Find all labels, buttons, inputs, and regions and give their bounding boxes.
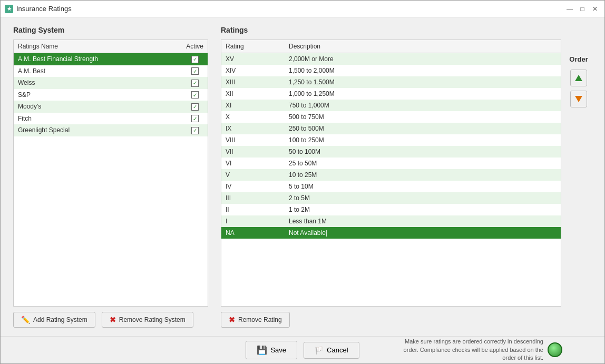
- remove-rating-label: Remove Rating: [238, 316, 282, 323]
- table-row[interactable]: NA Not Available|: [221, 227, 561, 239]
- table-row[interactable]: XIV 1,500 to 2,000M: [221, 65, 561, 76]
- table-row[interactable]: XII 1,000 to 1,250M: [221, 88, 561, 100]
- active-checkbox-cell[interactable]: ✓: [182, 101, 208, 113]
- checkbox-icon[interactable]: ✓: [191, 91, 199, 99]
- col-description: Description: [285, 40, 561, 53]
- checkbox-icon[interactable]: ✓: [191, 56, 199, 63]
- description-cell: 10 to 25M: [285, 169, 561, 181]
- description-cell: 1,000 to 1,250M: [285, 88, 561, 100]
- table-row[interactable]: Greenlight Special ✓: [14, 124, 208, 136]
- checkbox-icon[interactable]: ✓: [191, 127, 199, 134]
- description-cell: 250 to 500M: [285, 123, 561, 134]
- rating-name-cell: Moody's: [14, 101, 182, 113]
- rating-cell: XII: [221, 88, 285, 100]
- table-row[interactable]: A.M. Best Financial Strength ✓: [14, 53, 208, 65]
- remove-rating-system-label: Remove Rating System: [119, 316, 186, 323]
- description-cell: 1 to 2M: [285, 204, 561, 215]
- table-row[interactable]: V 10 to 25M: [221, 169, 561, 181]
- description-cell: 50 to 100M: [285, 146, 561, 158]
- rating-name-cell: Greenlight Special: [14, 124, 182, 136]
- remove-rating-icon: ✖: [229, 316, 235, 324]
- active-checkbox-cell[interactable]: ✓: [182, 65, 208, 77]
- order-down-button[interactable]: [570, 91, 587, 107]
- table-row[interactable]: VI 25 to 50M: [221, 158, 561, 169]
- rating-name-cell: S&P: [14, 89, 182, 101]
- window-title: Insurance Ratings: [16, 5, 72, 13]
- table-row[interactable]: IX 250 to 500M: [221, 123, 561, 134]
- rating-system-panel: Rating System Ratings Name Active A.M. B…: [13, 26, 208, 328]
- add-rating-system-label: Add Rating System: [33, 316, 87, 323]
- close-button[interactable]: ✕: [590, 4, 600, 14]
- rating-cell: XV: [221, 53, 285, 65]
- left-buttons: ✏️ Add Rating System ✖ Remove Rating Sys…: [13, 312, 208, 328]
- main-window: ★ Insurance Ratings — □ ✕ Rating System …: [0, 0, 605, 364]
- rating-name-cell: A.M. Best: [14, 65, 182, 77]
- cancel-button[interactable]: 🏳️ Cancel: [304, 342, 359, 359]
- ratings-table: Rating Description XV 2,000M or More XIV…: [221, 40, 561, 239]
- add-rating-system-button[interactable]: ✏️ Add Rating System: [13, 312, 95, 328]
- checkbox-icon[interactable]: ✓: [191, 115, 199, 122]
- order-up-button[interactable]: [570, 70, 587, 86]
- ratings-buttons: ✖ Remove Rating: [221, 312, 561, 328]
- checkbox-icon[interactable]: ✓: [191, 80, 199, 87]
- rating-cell: XIII: [221, 76, 285, 88]
- col-ratings-name: Ratings Name: [14, 40, 182, 53]
- rating-cell: II: [221, 204, 285, 215]
- table-row[interactable]: A.M. Best ✓: [14, 65, 208, 77]
- checkbox-icon[interactable]: ✓: [191, 67, 199, 75]
- table-row[interactable]: XI 750 to 1,000M: [221, 100, 561, 111]
- rating-cell: IV: [221, 181, 285, 192]
- active-checkbox-cell[interactable]: ✓: [182, 89, 208, 101]
- description-cell: 2,000M or More: [285, 53, 561, 65]
- remove-rating-button[interactable]: ✖ Remove Rating: [221, 312, 290, 328]
- description-cell: 5 to 10M: [285, 181, 561, 192]
- minimize-button[interactable]: —: [564, 4, 575, 14]
- description-cell: 25 to 50M: [285, 158, 561, 169]
- remove-rating-system-button[interactable]: ✖ Remove Rating System: [102, 312, 193, 328]
- rating-cell: NA: [221, 227, 285, 239]
- flag-icon: 🏳️: [315, 346, 324, 355]
- table-row[interactable]: XV 2,000M or More: [221, 53, 561, 65]
- table-row[interactable]: VII 50 to 100M: [221, 146, 561, 158]
- active-checkbox-cell[interactable]: ✓: [182, 77, 208, 89]
- table-row[interactable]: II 1 to 2M: [221, 204, 561, 215]
- cancel-label: Cancel: [327, 346, 348, 354]
- rating-name-cell: A.M. Best Financial Strength: [14, 53, 182, 65]
- ratings-panel: Ratings Rating Description: [221, 26, 592, 328]
- description-cell: 100 to 250M: [285, 134, 561, 146]
- table-row[interactable]: I Less than 1M: [221, 215, 561, 227]
- rating-cell: XI: [221, 100, 285, 111]
- description-cell: Less than 1M: [285, 215, 561, 227]
- description-cell: 1,500 to 2,000M: [285, 65, 561, 76]
- active-checkbox-cell[interactable]: ✓: [182, 124, 208, 136]
- description-cell: 500 to 750M: [285, 111, 561, 123]
- description-cell: 1,250 to 1,500M: [285, 76, 561, 88]
- table-row[interactable]: X 500 to 750M: [221, 111, 561, 123]
- rating-cell: I: [221, 215, 285, 227]
- table-row[interactable]: S&P ✓: [14, 89, 208, 101]
- notice-text: Make sure ratings are ordered correctly …: [396, 338, 543, 362]
- ratings-table-container: Rating Description XV 2,000M or More XIV…: [221, 40, 561, 307]
- table-row[interactable]: III 2 to 5M: [221, 192, 561, 204]
- maximize-button[interactable]: □: [577, 4, 588, 14]
- right-panel-inner: Rating Description XV 2,000M or More XIV…: [221, 40, 592, 328]
- table-row[interactable]: Moody's ✓: [14, 101, 208, 113]
- active-checkbox-cell[interactable]: ✓: [182, 113, 208, 125]
- ratings-title: Ratings: [221, 26, 592, 34]
- rating-cell: VIII: [221, 134, 285, 146]
- table-row[interactable]: Fitch ✓: [14, 113, 208, 125]
- active-checkbox-cell[interactable]: ✓: [182, 53, 208, 65]
- checkbox-icon[interactable]: ✓: [191, 103, 199, 111]
- description-cell: 750 to 1,000M: [285, 100, 561, 111]
- rating-system-title: Rating System: [13, 26, 208, 34]
- rating-cell: X: [221, 111, 285, 123]
- rating-cell: IX: [221, 123, 285, 134]
- table-row[interactable]: XIII 1,250 to 1,500M: [221, 76, 561, 88]
- save-button[interactable]: 💾 Save: [246, 341, 297, 359]
- table-row[interactable]: Weiss ✓: [14, 77, 208, 89]
- rating-cell: VI: [221, 158, 285, 169]
- rating-system-table-container: Ratings Name Active A.M. Best Financial …: [13, 40, 208, 307]
- table-row[interactable]: VIII 100 to 250M: [221, 134, 561, 146]
- table-row[interactable]: IV 5 to 10M: [221, 181, 561, 192]
- title-bar-left: ★ Insurance Ratings: [5, 5, 72, 13]
